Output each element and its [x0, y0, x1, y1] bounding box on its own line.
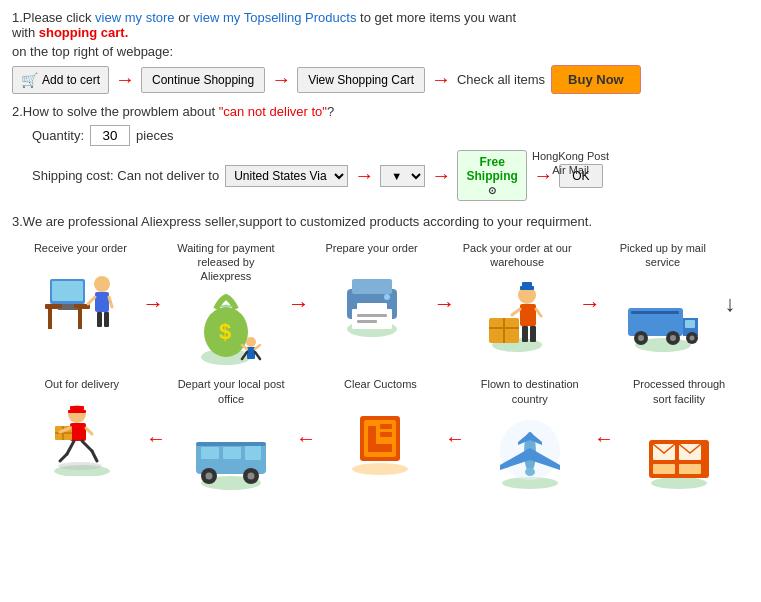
add-to-cart-button[interactable]: 🛒 Add to cert: [12, 66, 109, 94]
shopping-cart-highlight: shopping cart.: [39, 25, 129, 40]
svg-text:$: $: [219, 319, 231, 344]
svg-rect-6: [58, 308, 78, 310]
svg-line-20: [242, 345, 247, 349]
svg-point-87: [525, 468, 535, 476]
svg-rect-11: [97, 312, 102, 327]
svg-rect-83: [380, 432, 392, 437]
svg-rect-1: [48, 309, 52, 329]
quantity-row: Quantity: pieces: [32, 125, 603, 146]
flow-arrow-r3: →: [445, 427, 465, 450]
svg-rect-5: [62, 304, 74, 308]
svg-rect-44: [685, 320, 695, 328]
flow-arrow-1: →: [142, 291, 164, 317]
cart-icon: 🛒: [21, 72, 38, 88]
svg-line-36: [536, 309, 541, 316]
svg-point-66: [58, 462, 102, 470]
arrow1: →: [115, 68, 135, 91]
svg-rect-37: [522, 326, 528, 342]
svg-rect-28: [357, 303, 387, 313]
section3-text: 3.We are professional Aliexpress seller,…: [12, 214, 749, 229]
svg-rect-26: [357, 314, 387, 317]
link-view-store[interactable]: view my store: [95, 10, 174, 25]
svg-rect-92: [653, 464, 675, 474]
shipping-select[interactable]: United States Via: [225, 165, 348, 187]
icon-mail-truck: [623, 273, 703, 353]
svg-point-46: [638, 335, 644, 341]
svg-rect-12: [104, 312, 109, 327]
on-top-text: on the top right of webpage:: [12, 44, 749, 59]
svg-point-48: [670, 335, 676, 341]
icon-delivery: [42, 396, 122, 476]
quantity-input[interactable]: [90, 125, 130, 146]
icon-customs: [340, 396, 420, 476]
flow-item-4: Pack your order at our warehouse: [462, 241, 572, 354]
svg-rect-38: [530, 326, 536, 342]
svg-rect-2: [78, 309, 82, 329]
icon-van: [191, 410, 271, 490]
view-shopping-cart-button[interactable]: View Shopping Cart: [297, 67, 425, 93]
svg-rect-70: [223, 447, 241, 459]
svg-rect-69: [201, 447, 219, 459]
svg-rect-24: [352, 279, 392, 294]
flow-arrow-r4: →: [594, 427, 614, 450]
icon-receive: [40, 259, 120, 339]
svg-point-50: [689, 336, 694, 341]
flow-item-10: Processed through sort facility: [624, 377, 734, 490]
intro-text: 1.Please click view my store or view my …: [12, 10, 749, 25]
flow-item-9: Flown to destination country: [475, 377, 585, 490]
flow-arrow-r2: →: [296, 427, 316, 450]
svg-point-77: [352, 463, 408, 475]
button-row: 🛒 Add to cert → Continue Shopping → View…: [12, 65, 749, 94]
buy-now-button[interactable]: Buy Now: [551, 65, 641, 94]
flow-arrow-r1: →: [146, 427, 166, 450]
svg-rect-76: [196, 442, 266, 446]
section1: 1.Please click view my store or view my …: [12, 10, 749, 59]
icon-sort-facility: [639, 410, 719, 490]
svg-point-29: [384, 294, 390, 300]
with-cart: with shopping cart.: [12, 25, 749, 40]
arrow2: →: [271, 68, 291, 91]
icon-prepare: [332, 259, 412, 339]
continue-shopping-button[interactable]: Continue Shopping: [141, 67, 265, 93]
flow-arrow-2: →: [288, 291, 310, 317]
svg-rect-82: [380, 424, 392, 429]
svg-point-73: [206, 473, 213, 480]
svg-rect-93: [679, 464, 701, 474]
flow-arrow-down: ↓: [725, 291, 736, 317]
check-all-text: Check all items: [457, 72, 545, 87]
flow-arrow-4: →: [579, 291, 601, 317]
section3: 3.We are professional Aliexpress seller,…: [12, 214, 749, 490]
svg-line-63: [82, 441, 92, 451]
svg-rect-56: [70, 423, 86, 441]
section2-title: 2.How to solve the prowblem about "can n…: [12, 104, 749, 119]
radio-dot: ⊙: [466, 185, 518, 196]
svg-line-64: [60, 454, 67, 461]
icon-airplane: [490, 410, 570, 490]
svg-line-65: [92, 451, 97, 461]
svg-rect-54: [70, 406, 84, 410]
svg-point-88: [651, 477, 707, 489]
icon-pack: [477, 273, 557, 353]
flow-item-3: Prepare your order: [317, 241, 427, 339]
flow-arrow-3: →: [433, 291, 455, 317]
svg-point-16: [246, 337, 256, 347]
flow-row-2: Out for delivery: [22, 377, 739, 490]
svg-line-61: [86, 428, 92, 434]
svg-point-75: [248, 473, 255, 480]
section2: 2.How to solve the prowblem about "can n…: [12, 104, 749, 178]
svg-rect-71: [245, 446, 261, 460]
svg-line-35: [512, 309, 520, 315]
svg-point-7: [94, 276, 110, 292]
svg-line-10: [109, 297, 112, 307]
arrow3: →: [431, 68, 451, 91]
arrow-shipping: →: [354, 164, 374, 187]
link-topselling[interactable]: view my Topselling Products: [193, 10, 356, 25]
svg-line-19: [255, 352, 260, 359]
svg-rect-55: [68, 410, 86, 413]
flow-item-7: Depart your local post office: [176, 377, 286, 490]
svg-line-21: [255, 345, 260, 349]
flow-item-1: Receive your order: [25, 241, 135, 339]
svg-line-62: [67, 441, 74, 454]
icon-payment: $: [186, 287, 266, 367]
svg-line-9: [88, 297, 95, 304]
